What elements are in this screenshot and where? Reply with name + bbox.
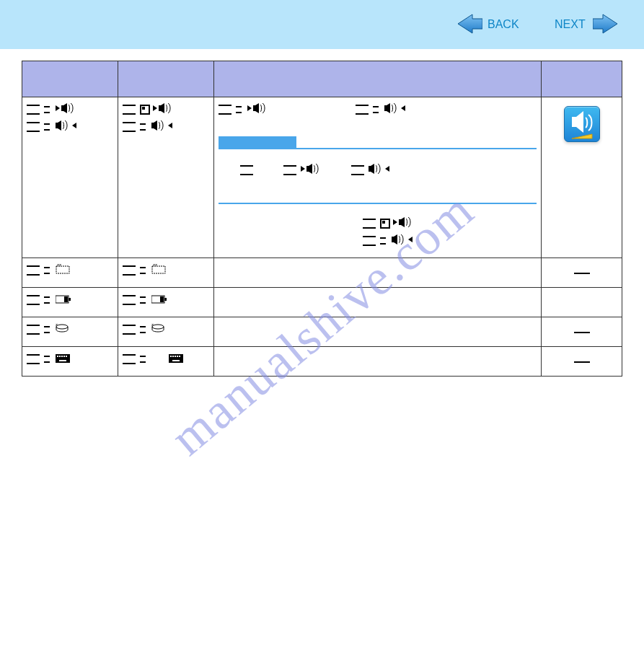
svg-text:zz: zz <box>57 264 61 267</box>
sleep-icon: zz <box>151 264 166 277</box>
next-link[interactable]: NEXT <box>555 18 586 31</box>
svg-marker-8 <box>301 166 305 172</box>
svg-rect-35 <box>170 356 172 357</box>
svg-point-23 <box>56 325 68 329</box>
svg-marker-7 <box>401 105 405 111</box>
volume-up-icon <box>56 120 77 133</box>
table-header <box>22 61 118 97</box>
hibernate-icon: z <box>151 323 164 336</box>
svg-rect-37 <box>175 356 176 357</box>
keyboard-icon <box>56 353 70 366</box>
battery-icon <box>56 294 71 307</box>
svg-rect-13 <box>56 266 69 273</box>
svg-rect-29 <box>59 356 61 357</box>
table-row <box>22 347 622 377</box>
svg-marker-10 <box>393 219 397 225</box>
svg-text:z: z <box>151 323 154 327</box>
volume-down-icon <box>393 217 415 230</box>
svg-rect-33 <box>59 360 66 361</box>
table-row: z z <box>22 317 622 347</box>
volume-up-icon <box>151 120 173 133</box>
svg-rect-28 <box>57 356 58 357</box>
svg-marker-3 <box>72 123 76 128</box>
svg-marker-0 <box>458 14 482 33</box>
hotkey-table: zz zz <box>22 61 622 377</box>
svg-marker-4 <box>153 105 157 111</box>
svg-rect-39 <box>179 356 180 357</box>
dash-icon <box>574 273 590 274</box>
volume-down-icon <box>301 164 322 177</box>
svg-marker-5 <box>168 123 172 128</box>
svg-marker-1 <box>593 14 617 33</box>
volume-down-icon <box>247 103 269 116</box>
volume-down-icon <box>153 103 175 116</box>
back-link[interactable]: BACK <box>488 18 519 31</box>
svg-rect-27 <box>56 354 70 363</box>
table-header <box>118 61 214 97</box>
sleep-icon: zz <box>56 264 70 277</box>
square-icon <box>140 105 150 115</box>
volume-up-icon <box>384 103 406 116</box>
svg-rect-36 <box>172 356 174 357</box>
tab-strip <box>219 136 537 149</box>
hibernate-icon: z <box>56 323 69 336</box>
svg-marker-11 <box>408 237 413 242</box>
svg-rect-21 <box>164 298 167 301</box>
table-row: zz zz <box>22 258 622 288</box>
svg-rect-19 <box>64 296 68 302</box>
svg-rect-18 <box>69 298 71 301</box>
svg-point-25 <box>152 325 164 329</box>
svg-marker-12 <box>572 134 592 138</box>
keyboard-icon <box>169 353 183 366</box>
battery-icon <box>151 294 167 307</box>
svg-rect-31 <box>63 356 65 357</box>
top-bar: BACK NEXT <box>0 0 644 49</box>
volume-up-icon <box>369 164 390 177</box>
dash-icon <box>574 361 590 363</box>
svg-text:zz: zz <box>153 264 157 267</box>
table-header <box>214 61 542 97</box>
table-header <box>542 61 622 97</box>
svg-marker-6 <box>247 105 252 111</box>
divider <box>219 203 537 204</box>
volume-osd-icon <box>564 106 600 142</box>
table-row <box>22 288 622 317</box>
svg-rect-22 <box>160 296 164 302</box>
svg-text:z: z <box>56 323 58 327</box>
table-row <box>22 97 622 258</box>
svg-rect-15 <box>152 266 165 273</box>
back-arrow-icon[interactable] <box>458 13 482 38</box>
active-tab <box>219 136 296 149</box>
svg-rect-32 <box>66 356 67 357</box>
volume-down-icon <box>56 103 77 116</box>
svg-rect-40 <box>172 360 180 361</box>
svg-rect-30 <box>61 356 63 357</box>
volume-up-icon <box>392 234 413 247</box>
dash-icon <box>574 332 590 333</box>
square-icon <box>380 219 390 229</box>
svg-marker-9 <box>385 166 389 172</box>
svg-rect-38 <box>177 356 178 357</box>
svg-marker-2 <box>56 105 60 111</box>
next-arrow-icon[interactable] <box>593 13 617 38</box>
svg-rect-34 <box>169 354 183 363</box>
